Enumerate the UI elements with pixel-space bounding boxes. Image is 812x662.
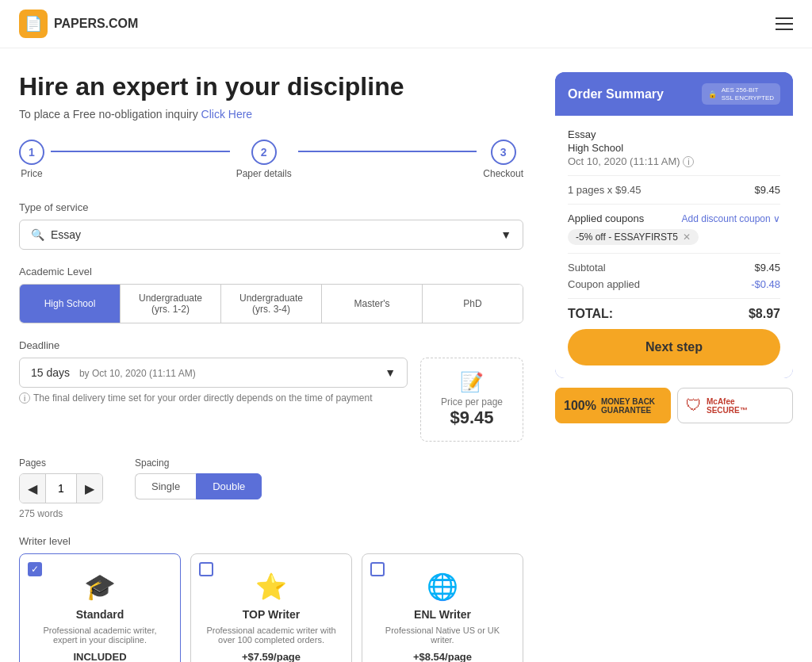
coupon-section: Applied coupons Add discount coupon ∨ -5… bbox=[568, 212, 780, 245]
divider-1 bbox=[568, 175, 780, 176]
coupon-remove[interactable]: ✕ bbox=[683, 232, 691, 243]
writer-standard-checkbox: ✓ bbox=[28, 562, 42, 576]
coupon-applied-label: Coupon applied bbox=[568, 278, 640, 290]
writer-standard[interactable]: ✓ 🎓 Standard Professional academic write… bbox=[19, 553, 181, 662]
writer-top-desc: Professional academic writer with over 1… bbox=[202, 626, 340, 645]
step-3-circle: 3 bbox=[491, 140, 516, 165]
writer-enl[interactable]: 🌐 ENL Writer Professional Native US or U… bbox=[362, 553, 523, 662]
writer-enl-checkbox bbox=[370, 562, 385, 576]
academic-phd[interactable]: PhD bbox=[423, 285, 523, 323]
left-panel: Hire an expert in your discipline To pla… bbox=[19, 72, 523, 662]
header: 📄 PAPERS.COM bbox=[0, 0, 812, 48]
spacing-single[interactable]: Single bbox=[135, 473, 196, 499]
date-info-icon: i bbox=[683, 156, 694, 167]
service-section: Type of service 🔍 Essay ▼ bbox=[19, 201, 523, 250]
words-hint: 275 words bbox=[19, 508, 523, 519]
spacing-label: Spacing bbox=[135, 457, 262, 469]
price-per-page-box: 📝 Price per page $9.45 bbox=[420, 358, 523, 442]
subtotal-value: $9.45 bbox=[754, 262, 780, 274]
step-3-label: Checkout bbox=[483, 168, 523, 179]
writer-top[interactable]: ⭐ TOP Writer Professional academic write… bbox=[190, 553, 352, 662]
step-line-2 bbox=[298, 151, 477, 152]
spacing-group-container: Spacing Single Double bbox=[135, 457, 262, 503]
subtotal-label: Subtotal bbox=[568, 262, 606, 274]
divider-3 bbox=[568, 253, 780, 254]
writer-enl-desc: Professional Native US or UK writer. bbox=[373, 626, 511, 645]
deadline-dropdown-icon: ▼ bbox=[385, 366, 396, 379]
next-step-button[interactable]: Next step bbox=[568, 329, 780, 365]
summary-title: Order Summary bbox=[568, 87, 664, 101]
writer-levels: ✓ 🎓 Standard Professional academic write… bbox=[19, 553, 523, 662]
order-summary: Order Summary 🔒 AES 256-BITSSL ENCRYPTED… bbox=[555, 72, 793, 378]
pages-label: Pages bbox=[19, 457, 103, 469]
writer-top-icon: ⭐ bbox=[255, 572, 287, 602]
price-icon: 📝 bbox=[434, 371, 510, 393]
academic-section: Academic Level High School Undergraduate… bbox=[19, 266, 523, 323]
ssl-badge: 🔒 AES 256-BITSSL ENCRYPTED bbox=[702, 83, 780, 105]
step-3: 3 Checkout bbox=[483, 140, 523, 179]
pages-input[interactable] bbox=[45, 474, 77, 503]
step-line-1 bbox=[51, 151, 230, 152]
pages-decrement[interactable]: ◀ bbox=[20, 474, 45, 503]
writer-top-name: TOP Writer bbox=[243, 608, 300, 621]
pages-info: 1 pages x $9.45 bbox=[568, 184, 642, 196]
pages-control: ◀ ▶ bbox=[19, 473, 103, 503]
service-select[interactable]: 🔍 Essay ▼ bbox=[19, 220, 523, 250]
hamburger-menu[interactable] bbox=[776, 17, 793, 30]
summary-body: Essay High School Oct 10, 2020 (11:11 AM… bbox=[555, 116, 793, 378]
coupon-applied-row: Coupon applied -$0.48 bbox=[568, 278, 780, 290]
page-subtitle: To place a Free no-obligation inquiry Cl… bbox=[19, 108, 523, 121]
academic-high-school[interactable]: High School bbox=[20, 285, 121, 323]
service-value: Essay bbox=[51, 228, 81, 241]
page-title: Hire an expert in your discipline bbox=[19, 72, 523, 101]
subtotal-row: Subtotal $9.45 bbox=[568, 262, 780, 274]
guarantees: 100% MONEY BACKGUARANTEE 🛡 McAfeeSECURE™ bbox=[555, 388, 793, 423]
mcafee-secure: 🛡 McAfeeSECURE™ bbox=[677, 388, 793, 423]
writer-standard-name: Standard bbox=[76, 608, 124, 621]
service-dropdown-icon: ▼ bbox=[500, 228, 511, 241]
writer-standard-desc: Professional academic writer, expert in … bbox=[31, 626, 169, 645]
logo-text: PAPERS.COM bbox=[54, 17, 138, 31]
academic-masters[interactable]: Master's bbox=[322, 285, 423, 323]
writer-top-checkbox bbox=[199, 562, 213, 576]
mcafee-text: McAfeeSECURE™ bbox=[707, 397, 748, 415]
service-label: Type of service bbox=[19, 201, 523, 213]
step-1-circle: 1 bbox=[19, 140, 44, 165]
step-1-label: Price bbox=[21, 168, 42, 179]
total-label: TOTAL: bbox=[568, 307, 613, 321]
money-back-guarantee: 100% MONEY BACKGUARANTEE bbox=[555, 388, 671, 423]
pages-price: $9.45 bbox=[754, 184, 780, 196]
writer-label: Writer level bbox=[19, 535, 523, 547]
writer-enl-name: ENL Writer bbox=[414, 608, 471, 621]
summary-service: Essay bbox=[568, 128, 780, 140]
deadline-row: 15 days by Oct 10, 2020 (11:11 AM) ▼ i T… bbox=[19, 358, 523, 442]
academic-undergrad-1-2[interactable]: Undergraduate(yrs. 1-2) bbox=[121, 285, 221, 323]
pages-increment[interactable]: ▶ bbox=[77, 474, 102, 503]
coupon-tag-row: -5% off - ESSAYFIRST5 ✕ bbox=[568, 229, 780, 245]
guarantee-text: MONEY BACKGUARANTEE bbox=[601, 397, 655, 415]
coupon-applied-value: -$0.48 bbox=[751, 278, 780, 290]
step-2-circle: 2 bbox=[251, 140, 277, 165]
academic-undergrad-3-4[interactable]: Undergraduate(yrs. 3-4) bbox=[221, 285, 322, 323]
add-coupon-link[interactable]: Add discount coupon ∨ bbox=[682, 213, 780, 224]
logo-icon: 📄 bbox=[19, 10, 48, 38]
price-per-page-value: $9.45 bbox=[434, 408, 510, 428]
academic-levels: High School Undergraduate(yrs. 1-2) Unde… bbox=[19, 284, 523, 323]
pages-spacing-row: Pages ◀ ▶ Spacing Single Double bbox=[19, 457, 523, 503]
writer-enl-price: +$8.54/page bbox=[413, 651, 472, 662]
deadline-note: i The final delivery time set for your o… bbox=[19, 392, 408, 404]
click-here-link[interactable]: Click Here bbox=[201, 108, 253, 121]
step-2: 2 Paper details bbox=[236, 140, 292, 179]
pages-spacing-section: Pages ◀ ▶ Spacing Single Double 275 word… bbox=[19, 457, 523, 519]
main-container: Hire an expert in your discipline To pla… bbox=[0, 48, 812, 662]
step-1: 1 Price bbox=[19, 140, 44, 179]
summary-level: High School bbox=[568, 142, 780, 154]
deadline-select[interactable]: 15 days by Oct 10, 2020 (11:11 AM) ▼ bbox=[19, 358, 408, 388]
step-2-label: Paper details bbox=[236, 168, 292, 179]
academic-label: Academic Level bbox=[19, 266, 523, 277]
writer-standard-price: INCLUDED bbox=[73, 651, 126, 662]
spacing-double[interactable]: Double bbox=[196, 473, 262, 499]
writer-section: Writer level ✓ 🎓 Standard Professional a… bbox=[19, 535, 523, 662]
guarantee-pct: 100% bbox=[564, 399, 596, 413]
summary-header: Order Summary 🔒 AES 256-BITSSL ENCRYPTED bbox=[555, 72, 793, 116]
